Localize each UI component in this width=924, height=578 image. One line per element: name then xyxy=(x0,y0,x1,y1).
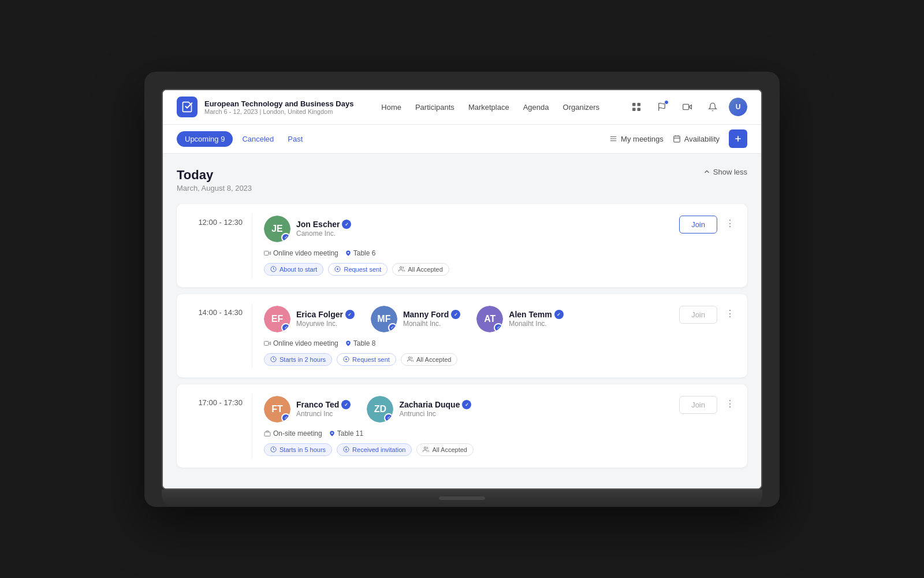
verified-badge-erica: ✓ xyxy=(281,323,290,332)
avatar-jon: JE ✓ xyxy=(264,216,290,242)
participant-info-erica: Erica Folger ✓ Moyurwe Inc. xyxy=(296,310,355,328)
main-content: Today March, August 8, 2023 Show less 12… xyxy=(163,154,761,488)
verified-inline-jon: ✓ xyxy=(342,220,351,229)
svg-point-32 xyxy=(331,432,333,433)
participant-name-manny: Manny Ford ✓ xyxy=(403,310,460,319)
my-meetings-label: My meetings xyxy=(621,135,664,143)
participant-company-manny: Monaiht Inc. xyxy=(403,320,460,328)
svg-rect-1 xyxy=(637,103,640,106)
svg-marker-23 xyxy=(269,342,271,344)
nav-marketplace[interactable]: Marketplace xyxy=(468,103,509,112)
show-less-btn[interactable]: Show less xyxy=(703,168,747,176)
today-date: March, August 8, 2023 xyxy=(177,184,252,192)
avatar-alen: AT ✓ xyxy=(476,306,503,332)
meeting-details-3: On-site meeting Table 11 xyxy=(264,429,658,438)
availability-label: Availability xyxy=(684,135,720,143)
avatar-erica: EF ✓ xyxy=(264,306,290,332)
participant-2-2: MF ✓ Manny Ford ✓ Monaiht Inc. xyxy=(371,306,460,332)
flag-notification-dot xyxy=(664,100,669,105)
participant-name-jon: Jon Escher ✓ xyxy=(296,220,351,229)
availability-btn[interactable]: Availability xyxy=(673,135,720,143)
join-btn-2[interactable]: Join xyxy=(679,306,717,324)
user-avatar-btn[interactable]: U xyxy=(729,98,747,116)
verified-badge-franco: ✓ xyxy=(281,413,290,423)
participant-2-1: EF ✓ Erica Folger ✓ Moyurwe Inc. xyxy=(264,306,355,332)
meeting-card-1: 12:00 - 12:30 JE ✓ Jon Escher xyxy=(177,204,747,287)
join-btn-3[interactable]: Join xyxy=(679,396,717,414)
main-nav: Home Participants Marketplace Agenda Org… xyxy=(381,103,599,112)
meeting-type-1: Online video meeting xyxy=(264,249,338,257)
tag-request-sent-2: Request sent xyxy=(337,353,396,366)
meeting-card-2: 14:00 - 14:30 EF ✓ Erica Folger xyxy=(177,294,747,377)
svg-rect-24 xyxy=(264,341,269,345)
svg-point-17 xyxy=(347,251,349,253)
grid-icon-btn[interactable] xyxy=(627,98,646,116)
tag-starts-2h: Starts in 2 hours xyxy=(264,353,332,366)
participant-info-franco: Franco Ted ✓ Antrunci Inc xyxy=(296,400,351,418)
svg-marker-15 xyxy=(269,251,271,254)
meeting-details-2: Online video meeting Table 8 xyxy=(264,339,658,347)
participants-row-2: EF ✓ Erica Folger ✓ Moyurwe Inc. xyxy=(264,306,658,332)
tag-about-to-start: About to start xyxy=(264,263,323,276)
tab-past[interactable]: Past xyxy=(283,131,307,147)
participants-row-1: JE ✓ Jon Escher ✓ Canome Inc. xyxy=(264,216,658,242)
svg-rect-9 xyxy=(674,136,680,142)
flag-icon-btn[interactable] xyxy=(653,98,671,116)
tag-all-accepted-1: All Accepted xyxy=(392,263,449,276)
card-actions-1: Join ⋮ xyxy=(670,204,747,287)
tags-row-1: About to start Request sent xyxy=(264,263,658,276)
verified-badge-alen: ✓ xyxy=(494,323,503,332)
tag-received-invitation: Received invitation xyxy=(337,443,412,456)
avatar-franco: FT ✓ xyxy=(264,396,290,423)
bell-icon-btn[interactable] xyxy=(703,98,722,116)
participant-company-zacharia: Antrunci Inc xyxy=(399,410,471,418)
today-title: Today xyxy=(177,168,252,183)
meeting-details-1: Online video meeting Table 6 xyxy=(264,249,658,257)
svg-rect-16 xyxy=(264,251,269,255)
svg-rect-0 xyxy=(632,103,636,106)
card-body-3: FT ✓ Franco Ted ✓ Antrunci Inc xyxy=(252,384,670,468)
participant-company-alen: Monaiht Inc. xyxy=(509,320,563,328)
card-body-2: EF ✓ Erica Folger ✓ Moyurwe Inc. xyxy=(252,294,670,377)
participant-name-erica: Erica Folger ✓ xyxy=(296,310,355,319)
join-btn-1[interactable]: Join xyxy=(679,216,717,234)
nav-participants[interactable]: Participants xyxy=(415,103,454,112)
tab-canceled[interactable]: Canceled xyxy=(237,131,278,147)
tabs-left: Upcoming 9 Canceled Past xyxy=(177,131,307,147)
more-btn-3[interactable]: ⋮ xyxy=(722,396,738,412)
verified-inline-erica: ✓ xyxy=(345,310,355,319)
camera-icon-btn[interactable] xyxy=(678,98,696,116)
more-btn-1[interactable]: ⋮ xyxy=(722,216,738,232)
meeting-card-3: 17:00 - 17:30 FT ✓ Franco Ted xyxy=(177,384,747,468)
meeting-type-3: On-site meeting xyxy=(264,429,322,438)
section-title: Today March, August 8, 2023 xyxy=(177,168,252,192)
tabs-right: My meetings Availability xyxy=(609,129,747,148)
participant-name-zacharia: Zacharia Duque ✓ xyxy=(399,400,471,409)
tags-row-2: Starts in 2 hours Request sent xyxy=(264,353,658,366)
add-btn[interactable] xyxy=(729,129,747,148)
avatar-manny: MF ✓ xyxy=(371,306,397,332)
tag-all-accepted-3: All Accepted xyxy=(416,443,474,456)
nav-home[interactable]: Home xyxy=(381,103,401,112)
more-btn-2[interactable]: ⋮ xyxy=(722,306,738,322)
meeting-location-1: Table 6 xyxy=(345,249,376,257)
svg-rect-31 xyxy=(264,432,270,436)
meeting-type-2: Online video meeting xyxy=(264,339,338,347)
participant-info-zacharia: Zacharia Duque ✓ Antrunci Inc xyxy=(399,400,471,418)
nav-organizers[interactable]: Organizers xyxy=(563,103,600,112)
tags-row-3: Starts in 5 hours Received invitation xyxy=(264,443,658,456)
participants-row-3: FT ✓ Franco Ted ✓ Antrunci Inc xyxy=(264,396,658,423)
meeting-time-1: 12:00 - 12:30 xyxy=(177,204,252,287)
svg-point-30 xyxy=(408,357,411,359)
tab-upcoming[interactable]: Upcoming 9 xyxy=(177,131,233,147)
header: European Technology and Business Days Ma… xyxy=(163,90,761,125)
header-actions: U xyxy=(627,98,747,116)
verified-inline-alen: ✓ xyxy=(554,310,564,319)
card-body-1: JE ✓ Jon Escher ✓ Canome Inc. xyxy=(252,204,670,287)
svg-rect-5 xyxy=(683,104,689,109)
participant-name-franco: Franco Ted ✓ xyxy=(296,400,351,409)
section-header: Today March, August 8, 2023 Show less xyxy=(177,168,747,192)
my-meetings-btn[interactable]: My meetings xyxy=(609,135,664,143)
verified-inline-manny: ✓ xyxy=(451,310,460,319)
nav-agenda[interactable]: Agenda xyxy=(523,103,549,112)
